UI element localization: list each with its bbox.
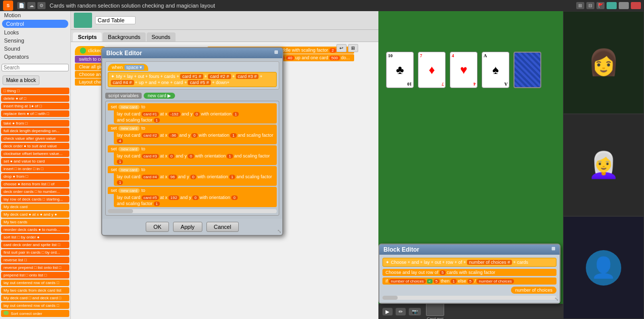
card5-badge: card #5 #	[188, 80, 211, 85]
new-file-icon[interactable]: 📄	[17, 2, 25, 9]
scrollbar-h-2[interactable]	[382, 296, 556, 300]
block-item-reverse[interactable]: reverse list □	[1, 257, 69, 263]
canvas-toolbar: ↩ ⊞	[336, 44, 358, 52]
block-item-layrow[interactable]: lay row of deck cards □ starting...	[1, 196, 69, 203]
block-item-mytwocards[interactable]: My two cards	[1, 219, 69, 225]
choose-row-block-2: Choose and lay out row of 5 cards with s…	[382, 269, 556, 276]
block-item-deckorder[interactable]: deck order ● to suit and value	[1, 143, 69, 149]
block-item-carddeck[interactable]: card deck order and sprite list □	[1, 242, 69, 248]
block-item-revprepend[interactable]: reverse prepend □ list onto list □	[1, 264, 69, 271]
cat-operators[interactable]: Operators	[0, 53, 70, 61]
stage-pencil-btn[interactable]: ✏	[396, 308, 406, 315]
formula-cards: + cards +	[160, 74, 180, 79]
block-item-mydeckcard2[interactable]: My deck card ● at x ● and y ●	[1, 211, 69, 218]
block-item-insert[interactable]: insert thing at 1● of □	[1, 103, 69, 109]
formula-out: + out	[134, 74, 144, 79]
modal-title-bar-1[interactable]: Block Editor ⊞	[102, 48, 282, 58]
cat-looks[interactable]: Looks	[0, 28, 70, 36]
left-panel: Motion Control Looks Sensing Sound Opera…	[0, 11, 71, 319]
formula-area: when space ▾ ✦ My + lay + out + fours + …	[105, 61, 279, 90]
grid-icon-modal-2[interactable]: ⊞	[551, 246, 555, 253]
formula-plus2: +	[232, 74, 235, 79]
scripts-canvas[interactable]: clicked switch to costume Start ▾ Clear …	[71, 42, 378, 319]
block-item-choose[interactable]: choose ● items from list □ of	[1, 181, 69, 187]
pause-button[interactable]	[619, 2, 629, 9]
tab-sounds[interactable]: Sounds	[147, 32, 176, 42]
settings-icon[interactable]: ⚙	[37, 2, 46, 9]
apply-button[interactable]: Apply	[173, 222, 202, 232]
undo-icon[interactable]: ↩	[336, 44, 347, 52]
stage-camera-btn[interactable]: 📷	[409, 308, 421, 315]
layout-icon-1[interactable]: ⊞	[576, 2, 584, 9]
block-item-prepend[interactable]: prepend list □ onto list □	[1, 272, 69, 278]
resize-handle-2[interactable]: ⤡	[554, 296, 559, 302]
new-card-badge: new card ▶	[144, 93, 175, 99]
cat-sound[interactable]: Sound	[0, 45, 70, 53]
cat-control[interactable]: Control	[2, 20, 68, 28]
sprite-name-input[interactable]	[95, 16, 136, 24]
scrollbar-thumb-2[interactable]	[382, 296, 398, 300]
modal-title-bar-2[interactable]: Block Editor ⊞	[379, 245, 560, 255]
block-item-reorder[interactable]: reorder deck cards ● to numb...	[1, 226, 69, 233]
grid-icon[interactable]: ⊞	[348, 44, 358, 52]
block-item-take[interactable]: take ● from □	[1, 120, 69, 127]
formula-and2: + and	[408, 260, 419, 265]
card3-badge: card #3 #	[236, 74, 259, 79]
card-moi-sprite[interactable]: Card moi	[426, 302, 444, 319]
block-item-checkval[interactable]: check value after given value	[1, 135, 69, 142]
resize-handle-1[interactable]: ⤡	[277, 228, 281, 234]
block-item-fulldeck[interactable]: full deck length depending on...	[1, 128, 69, 134]
block-item-clock[interactable]: clockwise offset between value...	[1, 150, 69, 157]
modal-body-2: ✦ Choose + and + lay + out + row + of + …	[379, 255, 560, 303]
flag-icon[interactable]: 🚩	[596, 2, 605, 9]
set-block-4: set new card to lay out card card #4 at …	[108, 166, 277, 186]
formula-my: ✦ My	[111, 74, 122, 79]
search-input[interactable]	[2, 64, 69, 71]
layout-icon-2[interactable]: ⊟	[586, 2, 594, 9]
block-item-replace[interactable]: replace item ● of □ with □	[1, 110, 69, 117]
ok-button[interactable]: OK	[146, 222, 169, 232]
video-panel-2: 👩‍🦳	[563, 114, 644, 217]
scrollbar-thumb[interactable]	[108, 209, 133, 213]
cloud-icon[interactable]: ☁	[27, 2, 35, 9]
stage-canvas[interactable]: 10 ♣ 10 7 ♦ 7 4 ♥ 4 A	[378, 11, 563, 319]
tab-backgrounds[interactable]: Backgrounds	[103, 32, 145, 42]
num-choices-badge: number of choices #	[467, 260, 512, 265]
cat-motion[interactable]: Motion	[0, 11, 70, 19]
run-button[interactable]	[607, 2, 617, 9]
block-item-firstsuit[interactable]: first suit pair in cards □ by ord...	[1, 249, 69, 256]
block-item-laycentered[interactable]: lay out centered row of cards □	[1, 280, 69, 286]
card-moi-thumb	[426, 302, 444, 316]
cards-row: 10 ♣ 10 7 ♦ 7 4 ♥ 4 A	[386, 52, 541, 88]
block-item-mydeckcard3[interactable]: My deck card □ and deck card □	[1, 295, 69, 301]
modal-footer-1: OK Apply Cancel	[102, 219, 282, 235]
tab-scripts[interactable]: Scripts	[73, 32, 102, 42]
block-item-setval[interactable]: set ● and value to card	[1, 158, 69, 165]
block-item-sortcorrect[interactable]: Sort correct order	[1, 310, 69, 317]
modal-body-1: when space ▾ ✦ My + lay + out + fours + …	[102, 58, 282, 219]
video-feed-2: 👩‍🦳	[564, 114, 643, 216]
cancel-button[interactable]: Cancel	[206, 222, 239, 232]
block-item-delete[interactable]: delete ● of □	[1, 95, 69, 102]
block-item-drop[interactable]: drop ● from □	[1, 173, 69, 180]
card-moi-label: Card moi	[427, 316, 443, 319]
when-clicked-label: clicked	[88, 48, 102, 53]
video-feed-1: 👩	[564, 12, 643, 113]
if-block: if number of choices < 5 then 1 else 5 /…	[382, 277, 556, 285]
block-item-insert2[interactable]: insert □ in order □ in □	[1, 166, 69, 172]
stage-run-btn[interactable]: ▶	[382, 308, 393, 315]
block-item-mydeckcard[interactable]: My deck card	[1, 204, 69, 210]
cat-sensing[interactable]: Sensing	[0, 36, 70, 45]
block-item-deckorder2[interactable]: deck order cards □ to number...	[1, 188, 69, 195]
formula-out2: + out	[431, 260, 441, 265]
avatar-silhouette: 👤	[586, 250, 621, 286]
formula-down: + down+	[212, 80, 230, 85]
block-item-laycentered2[interactable]: lay out centered row of cards □	[1, 302, 69, 309]
make-block-button[interactable]: Make a block	[3, 75, 39, 85]
grid-icon-modal[interactable]: ⊞	[274, 50, 278, 57]
block-item-mytwocards2[interactable]: My two cards from deck card list	[1, 287, 69, 294]
scrollbar-h[interactable]	[108, 209, 277, 213]
block-item-0[interactable]: □ thing □	[1, 88, 69, 94]
block-item-sortlist[interactable]: sort list □ by order ●	[1, 234, 69, 241]
stop-button[interactable]	[631, 2, 641, 9]
